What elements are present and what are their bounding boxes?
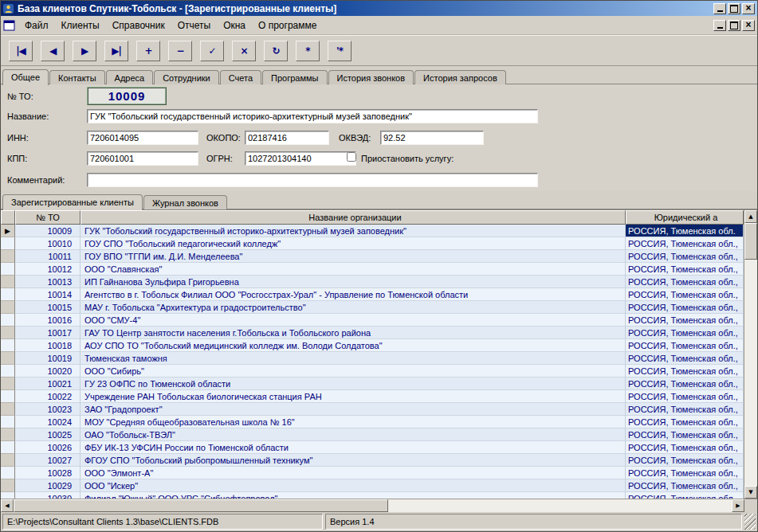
toolbar-next-button[interactable]: ▶ xyxy=(73,41,96,61)
tab-general[interactable]: Общее xyxy=(2,69,49,85)
column-header-legal-address[interactable]: Юридический а xyxy=(626,210,744,225)
tab-contacts[interactable]: Контакты xyxy=(49,70,105,84)
scroll-down-button[interactable]: ▼ xyxy=(744,486,757,499)
table-row[interactable]: 10027ФГОУ СПО "Тобольский рыбопромышленн… xyxy=(1,454,744,467)
toolbar-delete-button[interactable]: − xyxy=(168,41,192,61)
scroll-left-button[interactable]: ◀ xyxy=(1,499,14,512)
client-no-value: 10009 xyxy=(87,87,167,105)
row-indicator xyxy=(1,377,15,390)
toolbar-last-button[interactable]: ▶| xyxy=(104,41,128,61)
cell-org-name: ИП Гайнанова Зульфира Григорьевна xyxy=(81,276,626,288)
table-row[interactable]: 10013ИП Гайнанова Зульфира ГригорьевнаРО… xyxy=(1,276,744,288)
table-row[interactable]: 10016ООО "СМУ-4"РОССИЯ, Тюменская обл., xyxy=(1,314,744,327)
menu-reports[interactable]: Отчеты xyxy=(171,18,217,33)
row-indicator xyxy=(1,390,15,403)
vertical-scroll-thumb[interactable] xyxy=(744,223,757,260)
toolbar-first-button[interactable]: |◀ xyxy=(9,41,33,61)
cell-org-name: МАУ г. Тобольска "Архитектура и градостр… xyxy=(81,301,626,314)
table-row[interactable]: 10028ООО "Элмонт-А"РОССИЯ, Тюменская обл… xyxy=(1,467,744,479)
clients-grid: № ТО Название организации Юридический а … xyxy=(1,209,757,499)
okopo-input[interactable] xyxy=(245,131,329,145)
tab-registered-clients[interactable]: Зарегистрированные клиенты xyxy=(2,194,143,210)
cell-legal-address: РОССИЯ, Тюменская обл., xyxy=(626,390,744,403)
toolbar-prior-button[interactable]: ◀ xyxy=(41,41,65,61)
column-header-client-no[interactable]: № ТО xyxy=(15,210,81,225)
cell-client-no: 10014 xyxy=(15,288,81,301)
toolbar-post-button[interactable]: ✓ xyxy=(200,41,224,61)
vertical-scrollbar[interactable]: ▲ ▼ xyxy=(744,210,757,499)
cell-org-name: ГУ 23 ОФПС по Тюменской области xyxy=(81,377,626,390)
horizontal-scroll-thumb[interactable] xyxy=(14,499,388,512)
table-row[interactable]: 10026ФБУ ИК-13 УФСИН России по Тюменской… xyxy=(1,441,744,454)
mdi-restore-button[interactable] xyxy=(728,20,740,31)
table-row[interactable]: 10021ГУ 23 ОФПС по Тюменской областиРОСС… xyxy=(1,377,744,390)
mdi-close-button[interactable]: × xyxy=(742,20,755,31)
tab-employees[interactable]: Сотрудники xyxy=(154,70,219,84)
column-header-org-name[interactable]: Название организации xyxy=(81,210,626,225)
horizontal-scrollbar[interactable]: ◀ ▶ xyxy=(1,499,757,512)
mdi-minimize-button[interactable] xyxy=(713,20,726,31)
title-bar[interactable]: База клиентов Спутник-Тобольск - [Зареги… xyxy=(1,1,757,16)
table-row[interactable]: 10014Агентство в г. Тобольск Филиал ООО … xyxy=(1,288,744,301)
scroll-right-button[interactable]: ▶ xyxy=(732,499,744,512)
cell-legal-address: РОССИЯ, Тюменская обл., xyxy=(626,479,744,492)
toolbar-cancel-updates-button[interactable]: '* xyxy=(328,41,352,61)
row-indicator xyxy=(1,276,15,288)
suspend-service-label: Приостановить услугу: xyxy=(361,154,454,163)
menu-windows[interactable]: Окна xyxy=(217,18,252,33)
table-row[interactable]: 10015МАУ г. Тобольска "Архитектура и гра… xyxy=(1,301,744,314)
toolbar-refresh-button[interactable]: ↻ xyxy=(264,41,288,61)
tab-call-history[interactable]: История звонков xyxy=(328,70,414,84)
cell-legal-address: РОССИЯ, Тюменская обл., xyxy=(626,288,744,301)
menu-directory[interactable]: Справочник xyxy=(106,18,171,33)
table-row[interactable]: 10024МОУ "Средняя общеобразовательная шк… xyxy=(1,416,744,428)
toolbar-apply-updates-button[interactable]: * xyxy=(296,41,320,61)
table-row[interactable]: 10012ООО "Славянская"РОССИЯ, Тюменская о… xyxy=(1,263,744,276)
toolbar-cancel-button[interactable]: × xyxy=(232,41,256,61)
tab-accounts[interactable]: Счета xyxy=(220,70,261,84)
menu-about[interactable]: О программе xyxy=(252,18,323,33)
table-row[interactable]: 10030Филиал "Южный" ООО УРС "Сибнефтепро… xyxy=(1,492,744,499)
scroll-up-button[interactable]: ▲ xyxy=(744,210,757,223)
toolbar-insert-button[interactable]: + xyxy=(136,41,160,61)
table-row[interactable]: ▶10009ГУК "Тобольский государственный ис… xyxy=(1,225,744,237)
table-row[interactable]: 10011ГОУ ВПО "ТГПИ им. Д.И. Менделеева"Р… xyxy=(1,250,744,263)
suspend-service-checkbox[interactable] xyxy=(347,152,356,162)
horizontal-scroll-track[interactable] xyxy=(388,499,732,512)
table-row[interactable]: 10018АОУ СПО ТО "Тобольский медицинский … xyxy=(1,339,744,352)
vertical-scroll-track[interactable] xyxy=(744,260,757,486)
cell-org-name: ГОУ СПО "Тобольский педагогический колле… xyxy=(81,237,626,250)
tab-request-history[interactable]: История запросов xyxy=(414,70,506,84)
cell-legal-address: РОССИЯ, Тюменская обл., xyxy=(626,314,744,327)
inn-input[interactable] xyxy=(87,131,198,145)
cell-org-name: Агентство в г. Тобольск Филиал ООО "Росг… xyxy=(81,288,626,301)
maximize-icon xyxy=(730,5,738,13)
table-row[interactable]: 10029ООО "Искер"РОССИЯ, Тюменская обл., xyxy=(1,479,744,492)
table-row[interactable]: 10017ГАУ ТО Центр занятости населения г.… xyxy=(1,327,744,339)
kpp-input[interactable] xyxy=(87,151,198,166)
close-button[interactable]: × xyxy=(742,3,755,14)
table-row[interactable]: 10019Тюменская таможняРОССИЯ, Тюменская … xyxy=(1,352,744,365)
menu-file[interactable]: Файл xyxy=(18,18,55,33)
minimize-icon xyxy=(717,10,723,12)
comment-input[interactable] xyxy=(87,173,538,187)
menu-clients[interactable]: Клиенты xyxy=(55,18,106,33)
table-row[interactable]: 10023ЗАО "Градопроект"РОССИЯ, Тюменская … xyxy=(1,403,744,416)
org-name-input[interactable] xyxy=(87,109,538,123)
tab-addresses[interactable]: Адреса xyxy=(106,70,154,84)
cell-legal-address: РОССИЯ, Тюменская обл., xyxy=(626,339,744,352)
cell-legal-address: РОССИЯ, Тюменская обл., xyxy=(626,365,744,377)
tab-call-log[interactable]: Журнал звонков xyxy=(143,195,227,209)
minimize-button[interactable] xyxy=(713,3,726,14)
table-row[interactable]: 10022Учреждение РАН Тобольская биологиче… xyxy=(1,390,744,403)
table-row[interactable]: 10010ГОУ СПО "Тобольский педагогический … xyxy=(1,237,744,250)
table-row[interactable]: 10020ООО "Сибирь"РОССИЯ, Тюменская обл., xyxy=(1,365,744,377)
tab-programs[interactable]: Программы xyxy=(262,70,327,84)
grid-header: № ТО Название организации Юридический а xyxy=(1,210,744,225)
ogrn-input[interactable] xyxy=(245,151,356,166)
okved-input[interactable] xyxy=(380,131,484,145)
table-row[interactable]: 10025ОАО "Тобольск-ТВЭЛ"РОССИЯ, Тюменска… xyxy=(1,428,744,441)
maximize-button[interactable] xyxy=(728,3,740,14)
scrollbar-corner xyxy=(744,499,757,512)
resize-grip[interactable] xyxy=(744,514,756,530)
